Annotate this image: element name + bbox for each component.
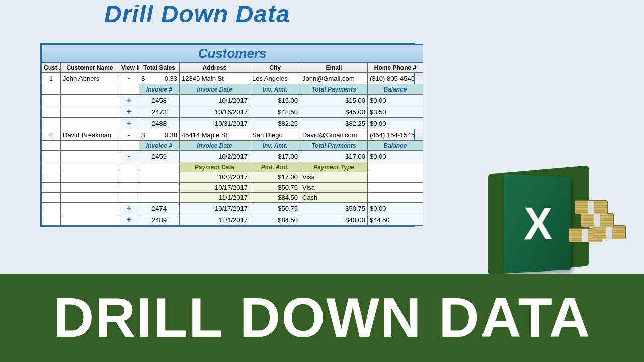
blank <box>368 172 423 183</box>
blank <box>119 172 139 183</box>
blank <box>119 183 139 193</box>
blank <box>61 151 119 162</box>
toggle-payments[interactable]: - <box>119 151 139 162</box>
cell-total: $0.38 <box>139 129 180 141</box>
inv-bal: $0.00 <box>368 118 423 129</box>
col-pay-date: Payment Date <box>180 162 250 172</box>
pay-type: Cash <box>300 193 368 203</box>
excel-x-icon: X <box>524 198 552 250</box>
inv-amt: $50.75 <box>250 203 300 214</box>
cell-id: 1 <box>42 73 61 84</box>
col-inv-num: Invoice # <box>139 84 180 95</box>
cell-city: San Diego <box>250 129 300 141</box>
toggle-payments[interactable]: + <box>119 214 139 226</box>
cell-addr: 45414 Maple St. <box>180 129 250 141</box>
inv-num: 2458 <box>139 95 180 106</box>
pay-type: Visa <box>300 172 368 183</box>
col-inv-amt: Inv. Amt. <box>250 141 300 151</box>
inv-amt: $48.50 <box>250 106 300 118</box>
footer-title: DRILL DOWN DATA <box>53 290 591 346</box>
col-phone: Home Phone # <box>368 63 423 73</box>
blank <box>42 106 61 118</box>
blank <box>368 183 423 193</box>
blank <box>61 203 119 214</box>
blank <box>42 183 61 193</box>
inv-pay: $40.00 <box>300 214 368 226</box>
blank <box>61 183 119 193</box>
blank <box>42 193 61 203</box>
pay-amt: $17.00 <box>250 172 300 183</box>
col-view-inv: View Inv. <box>119 63 139 73</box>
pay-type: Visa <box>300 183 368 193</box>
cell-name: John Abners <box>61 73 119 84</box>
blank <box>139 183 180 193</box>
col-inv-bal: Balance <box>368 84 423 95</box>
excel-logo: X <box>488 155 629 276</box>
col-address: Address <box>180 63 250 73</box>
blank <box>61 118 119 129</box>
col-inv-pay: Total Payments <box>300 84 368 95</box>
inv-date: 10/17/2017 <box>180 203 250 214</box>
blank <box>61 141 119 151</box>
inv-pay: $17.00 <box>300 151 368 162</box>
cell-city: Los Angeles <box>250 73 300 84</box>
cell-name: David Breakman <box>61 129 119 141</box>
toggle-payments[interactable]: + <box>119 203 139 214</box>
col-inv-date: Invoice Date <box>180 84 250 95</box>
customers-table: Customers Cust .# Customer Name View Inv… <box>40 43 415 227</box>
cell-id: 2 <box>42 129 61 141</box>
blank <box>61 214 119 226</box>
col-inv-date: Invoice Date <box>180 141 250 151</box>
cell-email: David@Gmail.com <box>300 129 368 141</box>
cell-addr: 12345 Main St <box>180 73 250 84</box>
footer-band: DRILL DOWN DATA <box>0 274 644 362</box>
inv-pay: $45.00 <box>300 106 368 118</box>
inv-bal: $0.00 <box>368 95 423 106</box>
inv-pay: $82.25 <box>300 118 368 129</box>
cell-email: John@Gmail.com <box>300 73 368 84</box>
blank <box>42 141 61 151</box>
col-pay-type: Payment Type <box>300 162 368 172</box>
inv-num: 2473 <box>139 106 180 118</box>
pay-amt: $84.50 <box>250 193 300 203</box>
inv-bal: $0.00 <box>368 203 423 214</box>
blank <box>368 162 423 172</box>
blank <box>42 203 61 214</box>
inv-date: 10/2/2017 <box>180 151 250 162</box>
col-cust-id: Cust .# <box>42 63 61 73</box>
table-title: Customers <box>42 45 423 63</box>
toggle-payments[interactable]: + <box>119 106 139 118</box>
blank <box>61 84 119 95</box>
cell-total: $0.33 <box>139 73 180 84</box>
pay-date: 11/1/2017 <box>180 193 250 203</box>
blank <box>42 214 61 226</box>
pay-date: 10/17/2017 <box>180 183 250 193</box>
col-cust-name: Customer Name <box>61 63 119 73</box>
blank <box>119 84 139 95</box>
inv-num: 2489 <box>139 214 180 226</box>
inv-num: 2459 <box>139 151 180 162</box>
inv-pay: $15.00 <box>300 95 368 106</box>
cell-phone: (310) 805-4545 <box>368 73 423 84</box>
blank <box>139 162 180 172</box>
inv-amt: $84.50 <box>250 214 300 226</box>
blank <box>119 193 139 203</box>
toggle-invoices[interactable]: - <box>119 73 139 84</box>
blank <box>61 193 119 203</box>
blank <box>42 151 61 162</box>
toggle-payments[interactable]: + <box>119 95 139 106</box>
toggle-payments[interactable]: + <box>119 118 139 129</box>
inv-date: 10/31/2017 <box>180 118 250 129</box>
toggle-invoices[interactable]: - <box>119 129 139 141</box>
money-stacks-icon <box>569 200 629 250</box>
blank <box>42 162 61 172</box>
page-title: Drill Down Data <box>104 0 290 28</box>
blank <box>61 172 119 183</box>
inv-amt: $17.00 <box>250 151 300 162</box>
blank <box>119 162 139 172</box>
pay-amt: $50.75 <box>250 183 300 193</box>
inv-num: 2488 <box>139 118 180 129</box>
blank <box>119 141 139 151</box>
col-pay-amt: Pmt. Amt. <box>250 162 300 172</box>
inv-bal: $44.50 <box>368 214 423 226</box>
